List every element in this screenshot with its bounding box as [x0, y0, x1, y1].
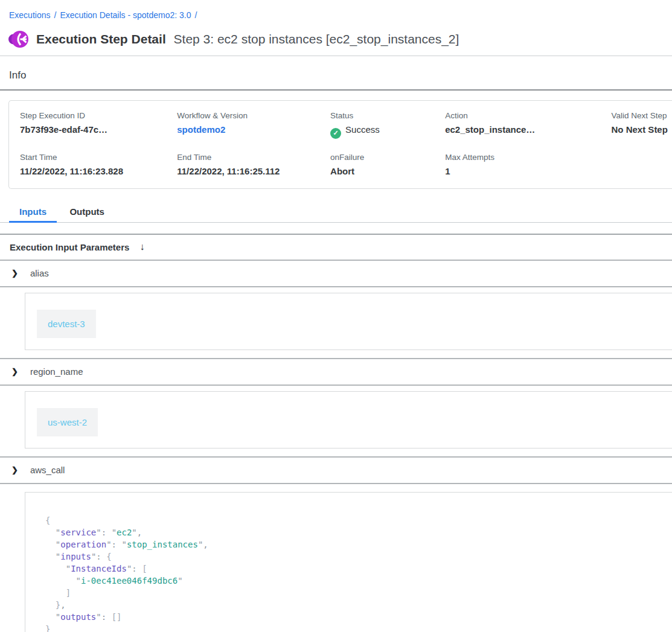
- field-end-time: End Time 11/22/2022, 11:16:25.112: [177, 153, 330, 176]
- breadcrumb-separator: /: [54, 10, 56, 20]
- workflow-logo-icon: [8, 29, 28, 49]
- param-name: region_name: [30, 366, 83, 377]
- action-value: ec2_stop_instance…: [445, 124, 611, 135]
- param-row-region-name[interactable]: ❯ region_name: [0, 359, 672, 385]
- page-subtitle: Step 3: ec2 stop instances [ec2_stop_ins…: [174, 32, 459, 46]
- onfailure-value: Abort: [330, 166, 445, 176]
- valid-next-step-value: No Next Step: [612, 124, 672, 135]
- field-onfailure: onFailure Abort: [330, 153, 445, 176]
- info-divider: [0, 89, 672, 91]
- tab-bar: Inputs Outputs: [0, 201, 672, 223]
- param-row-aws-call[interactable]: ❯ aws_call: [0, 458, 672, 483]
- param-value-panel-aws-call: { "service": "ec2", "operation": "stop_i…: [25, 492, 672, 632]
- breadcrumb-link-execution-details[interactable]: Execution Details - spotdemo2: 3.0: [60, 10, 191, 20]
- row-divider: [0, 483, 672, 484]
- params-heading: Execution Input Parameters: [10, 242, 129, 252]
- step-execution-id-value: 7b73f93e-edaf-47c…: [20, 124, 177, 135]
- param-value-chip: devtest-3: [37, 310, 96, 338]
- breadcrumb: Executions/Execution Details - spotdemo2…: [0, 0, 672, 20]
- field-valid-next-step: Valid Next Step No Next Step: [612, 111, 672, 139]
- end-time-value: 11/22/2022, 11:16:25.112: [177, 166, 330, 176]
- breadcrumb-link-executions[interactable]: Executions: [9, 10, 50, 20]
- params-header: Execution Input Parameters ↓: [0, 235, 672, 260]
- param-name: aws_call: [30, 465, 65, 475]
- sort-descending-icon[interactable]: ↓: [139, 241, 144, 252]
- breadcrumb-separator: /: [195, 10, 197, 20]
- chevron-right-icon: ❯: [11, 367, 18, 376]
- empty-cell: [612, 153, 672, 176]
- field-max-attempts: Max Attempts 1: [445, 153, 611, 176]
- param-value-panel-alias: devtest-3: [25, 293, 672, 350]
- param-row-alias[interactable]: ❯ alias: [0, 261, 672, 286]
- page-header: Execution Step Detail Step 3: ec2 stop i…: [8, 29, 672, 49]
- max-attempts-value: 1: [445, 166, 611, 176]
- field-action: Action ec2_stop_instance…: [445, 111, 611, 139]
- tab-outputs[interactable]: Outputs: [59, 201, 115, 223]
- info-card: Step Execution ID 7b73f93e-edaf-47c… Wor…: [8, 100, 672, 189]
- workflow-link[interactable]: spotdemo2: [177, 124, 330, 135]
- param-value-panel-region-name: us-west-2: [25, 391, 672, 448]
- row-divider: [0, 286, 672, 287]
- info-heading: Info: [9, 69, 672, 81]
- status-badge: ✓Success: [330, 124, 445, 139]
- field-status: Status ✓Success: [330, 111, 445, 139]
- chevron-right-icon: ❯: [11, 269, 18, 278]
- page-title: Execution Step Detail: [36, 32, 166, 46]
- success-check-icon: ✓: [330, 128, 341, 139]
- json-code-block: { "service": "ec2", "operation": "stop_i…: [45, 514, 672, 632]
- chevron-right-icon: ❯: [11, 465, 18, 474]
- field-step-execution-id: Step Execution ID 7b73f93e-edaf-47c…: [20, 111, 177, 139]
- field-workflow-version: Workflow & Version spotdemo2: [177, 111, 330, 139]
- row-divider: [0, 385, 672, 386]
- header-divider: [0, 56, 672, 56]
- param-name: alias: [30, 268, 49, 278]
- param-value-chip: us-west-2: [37, 408, 98, 436]
- tab-inputs[interactable]: Inputs: [9, 201, 57, 223]
- field-start-time: Start Time 11/22/2022, 11:16:23.828: [20, 153, 177, 176]
- start-time-value: 11/22/2022, 11:16:23.828: [20, 166, 177, 176]
